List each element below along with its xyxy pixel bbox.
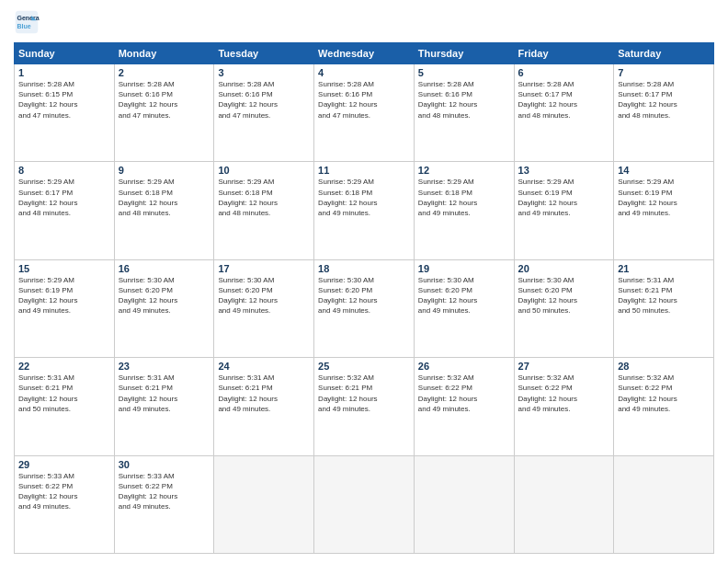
week-row-5: 29Sunrise: 5:33 AM Sunset: 6:22 PM Dayli… bbox=[15, 455, 714, 553]
day-cell: 26Sunrise: 5:32 AM Sunset: 6:22 PM Dayli… bbox=[414, 358, 514, 455]
col-header-sunday: Sunday bbox=[15, 43, 115, 64]
day-cell: 6Sunrise: 5:28 AM Sunset: 6:17 PM Daylig… bbox=[514, 64, 614, 162]
day-number: 4 bbox=[318, 67, 410, 78]
day-number: 16 bbox=[119, 263, 210, 274]
day-cell: 22Sunrise: 5:31 AM Sunset: 6:21 PM Dayli… bbox=[15, 358, 115, 455]
day-number: 28 bbox=[618, 361, 710, 372]
day-info: Sunrise: 5:28 AM Sunset: 6:17 PM Dayligh… bbox=[518, 79, 610, 121]
day-number: 6 bbox=[518, 67, 610, 78]
logo: General Blue bbox=[14, 9, 43, 35]
day-info: Sunrise: 5:30 AM Sunset: 6:20 PM Dayligh… bbox=[418, 275, 510, 316]
col-header-thursday: Thursday bbox=[414, 43, 514, 64]
col-header-monday: Monday bbox=[114, 43, 214, 64]
day-cell: 30Sunrise: 5:33 AM Sunset: 6:22 PM Dayli… bbox=[114, 455, 214, 553]
day-info: Sunrise: 5:30 AM Sunset: 6:20 PM Dayligh… bbox=[218, 275, 310, 316]
day-number: 21 bbox=[618, 263, 710, 274]
day-number: 29 bbox=[18, 459, 110, 470]
day-info: Sunrise: 5:32 AM Sunset: 6:22 PM Dayligh… bbox=[418, 373, 510, 414]
day-number: 23 bbox=[119, 361, 210, 372]
day-number: 13 bbox=[518, 165, 610, 176]
day-info: Sunrise: 5:31 AM Sunset: 6:21 PM Dayligh… bbox=[18, 373, 110, 414]
day-cell: 4Sunrise: 5:28 AM Sunset: 6:16 PM Daylig… bbox=[314, 64, 415, 162]
week-row-1: 1Sunrise: 5:28 AM Sunset: 6:15 PM Daylig… bbox=[15, 64, 714, 162]
day-cell: 7Sunrise: 5:28 AM Sunset: 6:17 PM Daylig… bbox=[614, 64, 714, 162]
day-cell: 16Sunrise: 5:30 AM Sunset: 6:20 PM Dayli… bbox=[114, 259, 214, 357]
page: General Blue SundayMondayTuesdayWednesda… bbox=[0, 0, 728, 563]
day-cell: 2Sunrise: 5:28 AM Sunset: 6:16 PM Daylig… bbox=[114, 64, 214, 162]
day-number: 3 bbox=[218, 67, 310, 78]
day-cell: 27Sunrise: 5:32 AM Sunset: 6:22 PM Dayli… bbox=[514, 358, 614, 455]
day-cell: 3Sunrise: 5:28 AM Sunset: 6:16 PM Daylig… bbox=[214, 64, 314, 162]
day-cell bbox=[214, 455, 314, 553]
day-cell: 14Sunrise: 5:29 AM Sunset: 6:19 PM Dayli… bbox=[614, 162, 714, 259]
day-info: Sunrise: 5:28 AM Sunset: 6:16 PM Dayligh… bbox=[318, 79, 410, 121]
day-cell: 11Sunrise: 5:29 AM Sunset: 6:18 PM Dayli… bbox=[314, 162, 415, 259]
week-row-3: 15Sunrise: 5:29 AM Sunset: 6:19 PM Dayli… bbox=[15, 259, 714, 357]
svg-text:Blue: Blue bbox=[17, 23, 31, 29]
day-info: Sunrise: 5:29 AM Sunset: 6:18 PM Dayligh… bbox=[218, 177, 310, 218]
day-cell: 1Sunrise: 5:28 AM Sunset: 6:15 PM Daylig… bbox=[15, 64, 115, 162]
day-cell: 13Sunrise: 5:29 AM Sunset: 6:19 PM Dayli… bbox=[514, 162, 614, 259]
day-number: 7 bbox=[618, 67, 710, 78]
day-info: Sunrise: 5:30 AM Sunset: 6:20 PM Dayligh… bbox=[119, 275, 210, 316]
day-cell bbox=[514, 455, 614, 553]
day-info: Sunrise: 5:29 AM Sunset: 6:18 PM Dayligh… bbox=[418, 177, 510, 218]
day-cell: 15Sunrise: 5:29 AM Sunset: 6:19 PM Dayli… bbox=[15, 259, 115, 357]
day-cell: 18Sunrise: 5:30 AM Sunset: 6:20 PM Dayli… bbox=[314, 259, 415, 357]
calendar-header-row: SundayMondayTuesdayWednesdayThursdayFrid… bbox=[15, 43, 714, 64]
day-number: 30 bbox=[119, 459, 210, 470]
day-info: Sunrise: 5:32 AM Sunset: 6:21 PM Dayligh… bbox=[318, 373, 410, 414]
day-cell: 29Sunrise: 5:33 AM Sunset: 6:22 PM Dayli… bbox=[15, 455, 115, 553]
day-info: Sunrise: 5:30 AM Sunset: 6:20 PM Dayligh… bbox=[518, 275, 610, 316]
day-cell bbox=[614, 455, 714, 553]
day-cell: 19Sunrise: 5:30 AM Sunset: 6:20 PM Dayli… bbox=[414, 259, 514, 357]
day-cell: 25Sunrise: 5:32 AM Sunset: 6:21 PM Dayli… bbox=[314, 358, 415, 455]
day-info: Sunrise: 5:31 AM Sunset: 6:21 PM Dayligh… bbox=[119, 373, 210, 414]
day-number: 24 bbox=[218, 361, 310, 372]
col-header-tuesday: Tuesday bbox=[214, 43, 314, 64]
day-number: 20 bbox=[518, 263, 610, 274]
day-number: 11 bbox=[318, 165, 410, 176]
day-info: Sunrise: 5:32 AM Sunset: 6:22 PM Dayligh… bbox=[618, 373, 710, 414]
day-cell: 28Sunrise: 5:32 AM Sunset: 6:22 PM Dayli… bbox=[614, 358, 714, 455]
day-cell: 24Sunrise: 5:31 AM Sunset: 6:21 PM Dayli… bbox=[214, 358, 314, 455]
day-number: 15 bbox=[18, 263, 110, 274]
day-number: 14 bbox=[618, 165, 710, 176]
day-number: 26 bbox=[418, 361, 510, 372]
day-info: Sunrise: 5:29 AM Sunset: 6:19 PM Dayligh… bbox=[18, 275, 110, 316]
day-number: 1 bbox=[18, 67, 110, 78]
day-cell bbox=[314, 455, 415, 553]
day-cell: 12Sunrise: 5:29 AM Sunset: 6:18 PM Dayli… bbox=[414, 162, 514, 259]
day-info: Sunrise: 5:29 AM Sunset: 6:19 PM Dayligh… bbox=[518, 177, 610, 218]
day-number: 12 bbox=[418, 165, 510, 176]
day-number: 9 bbox=[119, 165, 210, 176]
day-info: Sunrise: 5:30 AM Sunset: 6:20 PM Dayligh… bbox=[318, 275, 410, 316]
logo-icon: General Blue bbox=[14, 9, 40, 35]
day-info: Sunrise: 5:28 AM Sunset: 6:16 PM Dayligh… bbox=[119, 79, 210, 121]
day-info: Sunrise: 5:28 AM Sunset: 6:16 PM Dayligh… bbox=[218, 79, 310, 121]
col-header-friday: Friday bbox=[514, 43, 614, 64]
day-cell: 20Sunrise: 5:30 AM Sunset: 6:20 PM Dayli… bbox=[514, 259, 614, 357]
day-number: 8 bbox=[18, 165, 110, 176]
day-number: 5 bbox=[418, 67, 510, 78]
day-info: Sunrise: 5:28 AM Sunset: 6:15 PM Dayligh… bbox=[18, 79, 110, 121]
day-info: Sunrise: 5:29 AM Sunset: 6:17 PM Dayligh… bbox=[18, 177, 110, 218]
header: General Blue bbox=[14, 9, 714, 35]
day-number: 18 bbox=[318, 263, 410, 274]
day-cell: 23Sunrise: 5:31 AM Sunset: 6:21 PM Dayli… bbox=[114, 358, 214, 455]
day-info: Sunrise: 5:28 AM Sunset: 6:17 PM Dayligh… bbox=[618, 79, 710, 121]
day-info: Sunrise: 5:31 AM Sunset: 6:21 PM Dayligh… bbox=[218, 373, 310, 414]
calendar-table: SundayMondayTuesdayWednesdayThursdayFrid… bbox=[14, 42, 714, 554]
day-info: Sunrise: 5:33 AM Sunset: 6:22 PM Dayligh… bbox=[119, 471, 210, 512]
day-number: 25 bbox=[318, 361, 410, 372]
week-row-4: 22Sunrise: 5:31 AM Sunset: 6:21 PM Dayli… bbox=[15, 358, 714, 455]
day-info: Sunrise: 5:29 AM Sunset: 6:18 PM Dayligh… bbox=[119, 177, 210, 218]
day-info: Sunrise: 5:31 AM Sunset: 6:21 PM Dayligh… bbox=[618, 275, 710, 316]
day-info: Sunrise: 5:29 AM Sunset: 6:19 PM Dayligh… bbox=[618, 177, 710, 218]
day-number: 19 bbox=[418, 263, 510, 274]
day-cell: 5Sunrise: 5:28 AM Sunset: 6:16 PM Daylig… bbox=[414, 64, 514, 162]
day-cell: 10Sunrise: 5:29 AM Sunset: 6:18 PM Dayli… bbox=[214, 162, 314, 259]
day-number: 27 bbox=[518, 361, 610, 372]
day-info: Sunrise: 5:32 AM Sunset: 6:22 PM Dayligh… bbox=[518, 373, 610, 414]
day-number: 2 bbox=[119, 67, 210, 78]
